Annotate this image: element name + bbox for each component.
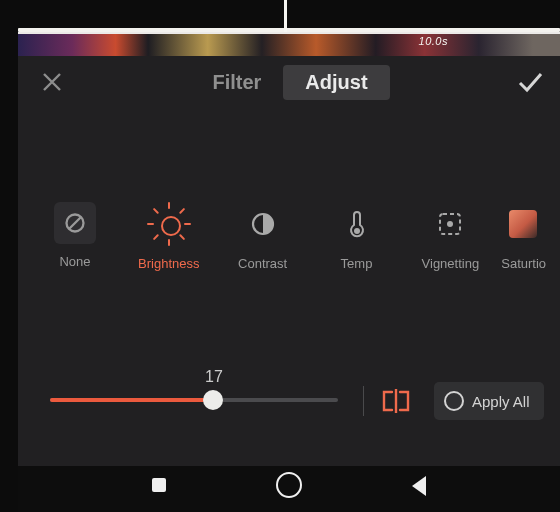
slider-track (50, 398, 338, 402)
confirm-button[interactable] (516, 68, 544, 96)
contrast-icon (241, 202, 285, 246)
thermometer-icon (335, 202, 379, 246)
adjust-label-contrast: Contrast (238, 256, 287, 271)
adjust-item-saturation[interactable]: Saturtio (497, 202, 560, 271)
playhead[interactable] (284, 0, 287, 32)
adjust-label-brightness: Brightness (138, 256, 199, 271)
adjust-item-vignetting[interactable]: Vignetting (403, 202, 497, 271)
close-icon (40, 70, 64, 94)
tab-group: Filter Adjust (64, 65, 516, 100)
vignette-icon (428, 202, 472, 246)
slider-thumb[interactable] (203, 390, 223, 410)
compare-icon (380, 388, 412, 414)
adjust-label-vignetting: Vignetting (422, 256, 480, 271)
nav-recent-icon[interactable] (152, 478, 166, 492)
adjust-item-temp[interactable]: Temp (310, 202, 404, 271)
panel-topbar: Filter Adjust (18, 56, 560, 108)
saturation-icon (501, 202, 545, 246)
android-navbar (18, 466, 560, 512)
svg-point-5 (447, 221, 453, 227)
svg-point-3 (354, 228, 360, 234)
tab-filter[interactable]: Filter (190, 65, 283, 100)
circle-outline-icon (444, 391, 464, 411)
slider-divider (363, 386, 364, 416)
apply-all-label: Apply All (472, 393, 530, 410)
check-icon (516, 68, 544, 96)
adjust-label-none: None (59, 254, 90, 269)
slider-fill (50, 398, 213, 402)
brightness-slider[interactable]: 17 (50, 398, 338, 402)
timeline-time-label: 10.0s (419, 35, 448, 47)
none-icon (54, 202, 96, 244)
adjust-label-saturation: Saturtio (501, 256, 546, 271)
adjust-item-none[interactable]: None (28, 202, 122, 271)
adjust-panel: Filter Adjust None (18, 56, 560, 472)
adjust-label-temp: Temp (341, 256, 373, 271)
adjust-item-contrast[interactable]: Contrast (216, 202, 310, 271)
slider-value-label: 17 (205, 368, 223, 386)
adjustment-options: None Brightness (28, 202, 560, 271)
svg-line-1 (69, 217, 81, 229)
close-button[interactable] (40, 70, 64, 94)
adjust-item-brightness[interactable]: Brightness (122, 202, 216, 271)
apply-all-button[interactable]: Apply All (434, 382, 544, 420)
brightness-icon (147, 202, 191, 246)
nav-home-icon[interactable] (276, 472, 302, 498)
timeline-clip-strip[interactable] (18, 32, 560, 58)
compare-button[interactable] (380, 388, 412, 418)
tab-adjust[interactable]: Adjust (283, 65, 389, 100)
nav-back-icon[interactable] (412, 476, 426, 496)
